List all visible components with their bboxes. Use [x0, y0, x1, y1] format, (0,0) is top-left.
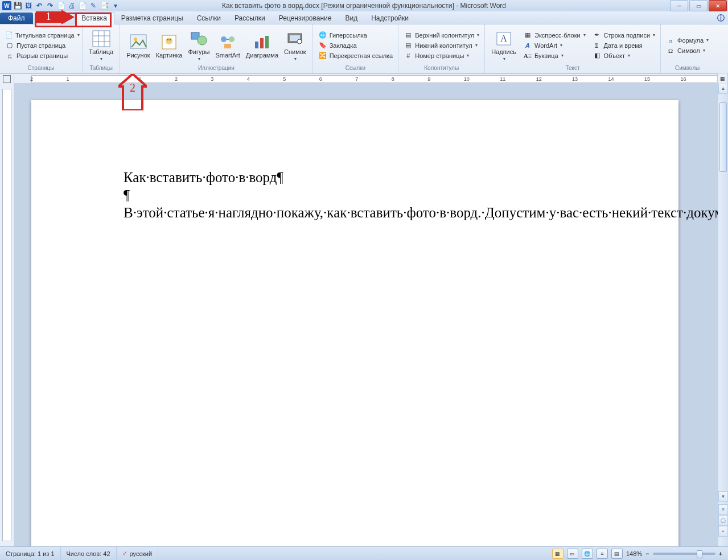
hyperlink-button[interactable]: 🌐Гиперссылка [316, 30, 395, 40]
screenshot-icon [286, 29, 304, 48]
header-button[interactable]: ▤Верхний колонтитул▾ [402, 30, 481, 40]
screenshot-button[interactable]: Снимок▾ [281, 27, 309, 64]
svg-rect-15 [224, 44, 231, 48]
smartart-button[interactable]: SmartArt [212, 31, 242, 60]
tab-review[interactable]: Рецензирование [272, 13, 339, 24]
status-page[interactable]: Страница: 1 из 1 [0, 547, 61, 560]
equation-button[interactable]: πФормула▾ [664, 35, 710, 46]
ruler-tick: 5 [283, 76, 286, 82]
prev-page-button[interactable]: ≡ [718, 504, 728, 515]
print-icon[interactable]: 🖨 [67, 1, 76, 10]
minimize-button[interactable]: ─ [670, 0, 688, 11]
page-break-button[interactable]: ⎌Разрыв страницы [3, 51, 79, 61]
qat-icon[interactable]: 📄 [78, 1, 87, 10]
ruler-tick: 9 [427, 76, 430, 82]
help-icon[interactable]: ⓘ [717, 13, 725, 23]
fullscreen-view-button[interactable]: ▭ [567, 549, 578, 559]
qat-icon[interactable]: 🖼 [24, 1, 33, 10]
page-number-label: Номер страницы [415, 52, 464, 59]
svg-point-9 [167, 39, 168, 40]
ruler-toggle-button[interactable]: ▦ [717, 73, 728, 84]
shapes-button[interactable]: Фигуры▾ [185, 27, 212, 64]
bookmark-icon: 🔖 [318, 41, 327, 50]
qat-customize-icon[interactable]: ▾ [111, 1, 120, 10]
cover-page-button[interactable]: 📄Титульная страница▾ [3, 30, 79, 40]
tab-view[interactable]: Вид [338, 13, 364, 24]
document-content[interactable]: Как·вставить·фото·в·ворд¶ ¶ В·этой·стать… [124, 168, 627, 221]
bookmark-button[interactable]: 🔖Закладка [316, 40, 395, 51]
cover-page-label: Титульная страница [15, 32, 75, 39]
signature-line-button[interactable]: ✒Строка подписи▾ [591, 30, 657, 40]
scroll-up-button[interactable]: ▲ [718, 83, 728, 94]
web-view-button[interactable]: 🌐 [582, 549, 593, 559]
footer-button[interactable]: ▤Нижний колонтитул▾ [402, 40, 481, 51]
status-language-label: русский [130, 550, 152, 557]
datetime-label: Дата и время [604, 42, 643, 49]
header-label: Верхний колонтитул [415, 32, 474, 39]
svg-point-13 [221, 36, 227, 42]
zoom-level[interactable]: 148% [626, 550, 642, 557]
group-text-label: Текст [488, 65, 657, 72]
textbox-label: Надпись [491, 48, 516, 55]
qat-icon[interactable]: 📑 [100, 1, 109, 10]
zoom-out-button[interactable]: − [645, 550, 649, 557]
tab-mailings[interactable]: Рассылки [228, 13, 272, 24]
qat-icon[interactable]: 📄 [56, 1, 65, 10]
close-button[interactable]: ✕ [709, 0, 727, 11]
next-page-button[interactable]: ≡ [718, 526, 728, 537]
blank-page-label: Пустая страница [17, 42, 65, 49]
equation-label: Формула [677, 37, 704, 44]
ruler-tick: 2 [175, 76, 178, 82]
spellcheck-icon: ✓ [122, 550, 127, 557]
scroll-down-button[interactable]: ▼ [718, 491, 728, 502]
chart-button[interactable]: Диаграмма [243, 31, 281, 60]
undo-icon[interactable]: ↶ [35, 1, 44, 10]
status-word-count[interactable]: Число слов: 42 [61, 547, 117, 560]
symbol-button[interactable]: ΩСимвол▾ [664, 46, 710, 56]
symbol-icon: Ω [666, 46, 675, 55]
vertical-ruler[interactable] [0, 83, 14, 547]
draft-view-button[interactable]: ▤ [611, 549, 623, 559]
ruler-tick: 7 [355, 76, 358, 82]
tab-addins[interactable]: Надстройки [364, 13, 416, 24]
textbox-button[interactable]: A Надпись▾ [488, 27, 519, 64]
screenshot-label: Снимок [284, 48, 306, 55]
tab-page-layout[interactable]: Разметка страницы [114, 13, 190, 24]
group-links-label: Ссылки [316, 65, 395, 72]
dropcap-icon: A≡ [523, 51, 532, 60]
vertical-scrollbar[interactable]: ▲ ▼ ≡ ◯ ≡ [718, 83, 728, 547]
picture-button[interactable]: Рисунок [124, 31, 153, 60]
file-tab[interactable]: Файл [0, 13, 33, 24]
signature-icon: ✒ [593, 31, 602, 40]
crossref-button[interactable]: 🔀Перекрестная ссылка [316, 51, 395, 61]
group-tables-label: Таблицы [86, 65, 116, 72]
print-layout-view-button[interactable]: ▦ [552, 549, 564, 559]
object-button[interactable]: ◧Объект▾ [591, 51, 657, 61]
blank-page-button[interactable]: ▢Пустая страница [3, 40, 79, 51]
redo-icon[interactable]: ↷ [46, 1, 55, 10]
svg-point-21 [297, 39, 302, 44]
datetime-button[interactable]: 🗓Дата и время [591, 40, 657, 51]
quickparts-button[interactable]: ▦Экспресс-блоки▾ [521, 30, 587, 40]
zoom-in-button[interactable]: + [719, 550, 722, 557]
save-icon[interactable]: 💾 [13, 1, 22, 10]
page-break-icon: ⎌ [5, 51, 14, 60]
browse-object-button[interactable]: ◯ [718, 515, 728, 526]
zoom-slider[interactable] [653, 553, 715, 555]
svg-rect-18 [265, 36, 269, 48]
outline-view-button[interactable]: ≡ [597, 549, 608, 559]
zoom-slider-handle[interactable] [697, 550, 702, 558]
clipart-label: Картинка [156, 52, 183, 59]
scroll-thumb[interactable] [719, 102, 727, 172]
ruler-tick: 13 [572, 76, 578, 82]
qat-icon[interactable]: ✎ [89, 1, 98, 10]
dropcap-button[interactable]: A≡Буквица▾ [521, 51, 587, 61]
status-language[interactable]: ✓русский [117, 547, 158, 560]
picture-icon [129, 32, 147, 52]
clipart-button[interactable]: Картинка [153, 31, 186, 60]
page-number-button[interactable]: #Номер страницы▾ [402, 51, 481, 61]
table-button[interactable]: Таблица▾ [86, 27, 116, 64]
wordart-button[interactable]: AWordArt▾ [521, 40, 587, 51]
maximize-button[interactable]: ▭ [689, 0, 708, 11]
tab-references[interactable]: Ссылки [190, 13, 228, 24]
